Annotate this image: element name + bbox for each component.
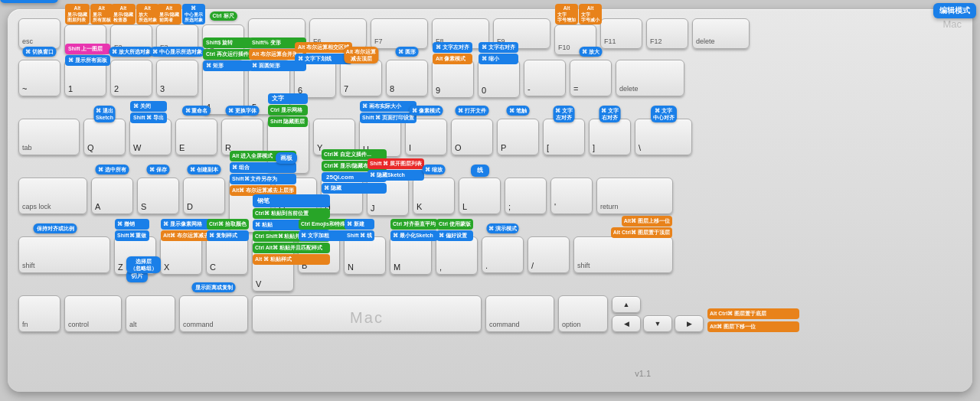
- key-alt-l[interactable]: 切片 选择层（忽略组） alt: [126, 295, 175, 332]
- key-left[interactable]: ◀: [612, 315, 641, 332]
- key9-label: 9: [436, 86, 440, 95]
- cmd-r-label: command: [489, 321, 520, 329]
- key-comma[interactable]: Ctrl 使用蒙版 ⌘ 偏好设置 ,: [436, 236, 478, 275]
- j-label: J: [371, 204, 375, 213]
- key-w[interactable]: ⌘ 关闭 Shift ⌘ 导出 W: [129, 119, 172, 155]
- key-equals[interactable]: ⌘ 放大 =: [570, 60, 612, 96]
- key-capslock[interactable]: caps lock: [18, 178, 87, 214]
- key-r[interactable]: ⌘ 更换字体 R: [221, 119, 263, 155]
- key-9[interactable]: ⌘ 文字左对齐 Alt 像素模式 9: [432, 60, 474, 98]
- return-label: return: [600, 204, 619, 211]
- x-label: X: [164, 262, 169, 272]
- e-label: E: [179, 143, 185, 152]
- d-label: D: [187, 202, 193, 211]
- key-i[interactable]: ⌘ 像素模式 I: [405, 119, 447, 155]
- key-d[interactable]: ⌘ 创建副本 D: [183, 178, 225, 214]
- l-label: L: [462, 202, 467, 211]
- key-8[interactable]: ⌘ 圆形 8: [386, 60, 428, 96]
- o-label: O: [455, 143, 462, 152]
- key-e[interactable]: ⌘ 重命名 E: [175, 119, 217, 155]
- alt-l-label: alt: [129, 321, 137, 329]
- period-label: .: [485, 261, 488, 270]
- key-l[interactable]: 线 L: [459, 178, 501, 214]
- key-o[interactable]: ⌘ 打开文件 O: [451, 119, 493, 155]
- delete-top-label: delete: [696, 38, 715, 46]
- key-quote[interactable]: ': [550, 178, 593, 214]
- minus-label: -: [528, 84, 531, 93]
- key-alt-r[interactable]: option: [558, 295, 608, 332]
- m-label: M: [394, 262, 400, 272]
- slash-label: /: [531, 261, 534, 270]
- key-shift-r[interactable]: Alt⌘ 图层上移一位 Alt Ctrl⌘ 图层置于顶层 shift: [573, 236, 673, 273]
- folder-badge: 上一级文件夹: [0, 0, 58, 3]
- esc-label: esc: [22, 38, 33, 46]
- key-backslash[interactable]: ⌘ 文字中心对齐 \: [635, 119, 692, 155]
- key-3[interactable]: ⌘ 中心显示所选对象 3: [156, 60, 198, 96]
- key-f11[interactable]: F11: [600, 18, 642, 49]
- i-label: I: [409, 143, 411, 152]
- key-esc[interactable]: esc: [18, 18, 60, 49]
- key-tab[interactable]: tab: [18, 119, 80, 155]
- key-return[interactable]: return: [596, 178, 673, 214]
- backslash-label: \: [639, 143, 641, 152]
- key-cmd-r[interactable]: command: [485, 295, 554, 332]
- key-delete-top[interactable]: delete: [692, 18, 750, 49]
- key-space[interactable]: Mac: [252, 295, 482, 332]
- key-k[interactable]: ⌘ 缩放 K: [413, 178, 455, 214]
- bracket-l-label: [: [547, 143, 549, 152]
- key-x[interactable]: ⌘ 显示像素网格 Alt⌘ 布尔运算减去上层形 X: [160, 236, 202, 275]
- k-label: K: [416, 202, 422, 211]
- c-label: C: [210, 262, 216, 272]
- key-right[interactable]: ▶: [675, 315, 704, 332]
- cmd-l-label: command: [183, 321, 214, 329]
- f7-label: F7: [374, 38, 383, 46]
- key-shift-l[interactable]: 保持对齐或比例 shift: [18, 236, 110, 273]
- key-fn[interactable]: fn: [18, 295, 60, 332]
- key-period[interactable]: ⌘ 演示模式 .: [482, 236, 524, 273]
- p-label: P: [501, 143, 506, 152]
- version-label: v1.1: [635, 369, 651, 378]
- editing-mode-badge: 编辑模式: [933, 3, 976, 18]
- key-s[interactable]: ⌘ 保存 S: [137, 178, 179, 214]
- key-q[interactable]: ⌘ 退出Sketch Q: [83, 119, 126, 155]
- key-minus[interactable]: -: [524, 60, 566, 96]
- key-1[interactable]: Shift 上一图层 ⌘ 显示所有面板 1: [64, 60, 106, 96]
- shift-r-label: shift: [577, 262, 590, 270]
- key-n[interactable]: ⌘ 新建 Shift ⌘ 线 N: [344, 236, 386, 275]
- alt-r-label: option: [562, 321, 581, 329]
- key2-label: 2: [114, 84, 119, 93]
- key-v[interactable]: 钢笔 Ctrl⌘ 粘贴到当前位置 ⌘ 粘贴 Ctrl Shift⌘ 粘贴并且匹配…: [252, 236, 294, 292]
- key-c[interactable]: Ctrl⌘ 拾取颜色 ⌘ 复制样式 C: [206, 236, 248, 275]
- key-f7[interactable]: F7: [371, 18, 428, 49]
- key-m[interactable]: Ctrl 对齐垂直平均 ⌘ 最小化Sketch M: [390, 236, 432, 275]
- tilde-label: ~: [22, 84, 27, 93]
- key-p[interactable]: ⌘ 笔触 P: [497, 119, 539, 155]
- key-bracket-r[interactable]: ⌘ 文字右对齐 ]: [589, 119, 631, 155]
- comma-label: ,: [439, 262, 442, 272]
- key-up[interactable]: ▲: [612, 296, 641, 313]
- key-slash[interactable]: /: [528, 236, 570, 273]
- key-a[interactable]: ⌘ 选中所有 A: [91, 178, 133, 214]
- key-7[interactable]: Alt 布尔运算减去顶层 7: [340, 60, 382, 96]
- key-down[interactable]: ▼: [643, 315, 672, 332]
- key-delete[interactable]: delete: [616, 60, 684, 96]
- key-control[interactable]: control: [64, 295, 122, 332]
- key-semicolon[interactable]: ;: [505, 178, 547, 214]
- bottom-row: fn control 切片 选择层（忽略组） alt 显示距离或复制 comma…: [18, 295, 962, 332]
- key1-label: 1: [68, 84, 73, 93]
- key-tilde[interactable]: ⌘ 切换窗口 ~: [18, 60, 60, 96]
- key-0[interactable]: ⌘ 文字右对齐 ⌘ 缩小 0: [478, 60, 520, 98]
- mac-label-top: Mac: [942, 18, 962, 30]
- tab-label: tab: [22, 145, 32, 152]
- key-bracket-l[interactable]: ⌘ 文字左对齐 [: [543, 119, 585, 155]
- equals-label: =: [573, 84, 578, 93]
- q-label: Q: [87, 143, 94, 152]
- quote-label: ': [554, 202, 556, 211]
- semicolon-label: ;: [508, 202, 511, 211]
- capslock-label: caps lock: [22, 204, 51, 211]
- key-cmd-l[interactable]: 显示距离或复制 command: [179, 295, 248, 332]
- delete-label: delete: [619, 86, 639, 93]
- bracket-r-label: ]: [593, 143, 595, 152]
- key-f12[interactable]: F12: [646, 18, 688, 49]
- key-2[interactable]: ⌘ 放大所选对象 2: [110, 60, 152, 96]
